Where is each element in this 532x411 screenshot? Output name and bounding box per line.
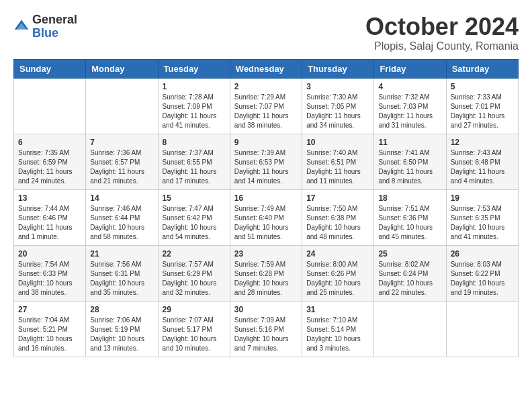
day-number: 16 [234,193,298,203]
day-cell: 20Sunrise: 7:54 AMSunset: 6:33 PMDayligh… [14,245,86,301]
day-number: 30 [234,305,298,314]
day-number: 8 [163,138,226,147]
day-info: Sunrise: 7:28 AMSunset: 7:09 PMDaylight:… [163,93,226,130]
day-cell: 1Sunrise: 7:28 AMSunset: 7:09 PMDaylight… [158,78,230,134]
day-number: 19 [451,193,514,203]
day-cell: 6Sunrise: 7:35 AMSunset: 6:59 PMDaylight… [14,134,86,189]
day-cell: 17Sunrise: 7:50 AMSunset: 6:38 PMDayligh… [302,189,374,245]
day-info: Sunrise: 7:35 AMSunset: 6:59 PMDaylight:… [18,148,81,186]
day-info: Sunrise: 7:54 AMSunset: 6:33 PMDaylight:… [18,260,81,298]
day-number: 27 [18,305,81,314]
day-cell: 23Sunrise: 7:59 AMSunset: 6:28 PMDayligh… [230,245,302,301]
day-number: 4 [378,82,441,91]
day-info: Sunrise: 7:43 AMSunset: 6:48 PMDaylight:… [451,148,514,186]
location-text: Plopis, Salaj County, Romania [365,40,519,52]
day-number: 25 [378,249,441,259]
day-number: 11 [378,138,441,147]
day-cell: 2Sunrise: 7:29 AMSunset: 7:07 PMDaylight… [230,78,302,134]
day-cell [374,301,446,357]
day-number: 9 [234,138,298,147]
logo-icon [13,19,30,35]
day-number: 21 [90,249,153,259]
day-info: Sunrise: 7:32 AMSunset: 7:03 PMDaylight:… [378,93,441,130]
day-number: 2 [234,82,298,91]
page-header: General Blue October 2024 Plopis, Salaj … [13,13,519,52]
day-cell: 3Sunrise: 7:30 AMSunset: 7:05 PMDaylight… [302,78,374,134]
logo-general-text: General [32,13,77,27]
day-info: Sunrise: 7:50 AMSunset: 6:38 PMDaylight:… [306,204,369,242]
day-number: 13 [18,193,81,203]
day-number: 24 [306,249,369,259]
day-number: 26 [451,249,514,259]
day-number: 10 [306,138,369,147]
day-number: 5 [451,82,514,91]
day-cell: 9Sunrise: 7:39 AMSunset: 6:53 PMDaylight… [230,134,302,189]
day-cell: 15Sunrise: 7:47 AMSunset: 6:42 PMDayligh… [158,189,230,245]
day-cell [86,78,158,134]
day-number: 23 [234,249,298,259]
weekday-header-monday: Monday [86,59,158,78]
day-number: 20 [18,249,81,259]
week-row-5: 27Sunrise: 7:04 AMSunset: 5:21 PMDayligh… [14,301,519,357]
day-number: 15 [163,193,226,203]
day-number: 1 [163,82,226,91]
day-cell: 24Sunrise: 8:00 AMSunset: 6:26 PMDayligh… [302,245,374,301]
calendar-table: SundayMondayTuesdayWednesdayThursdayFrid… [13,59,519,357]
day-cell: 10Sunrise: 7:40 AMSunset: 6:51 PMDayligh… [302,134,374,189]
day-info: Sunrise: 7:10 AMSunset: 5:14 PMDaylight:… [306,316,369,353]
day-number: 7 [90,138,153,147]
day-info: Sunrise: 7:04 AMSunset: 5:21 PMDaylight:… [18,316,81,353]
week-row-4: 20Sunrise: 7:54 AMSunset: 6:33 PMDayligh… [14,245,519,301]
day-cell: 4Sunrise: 7:32 AMSunset: 7:03 PMDaylight… [374,78,446,134]
day-info: Sunrise: 7:29 AMSunset: 7:07 PMDaylight:… [234,93,298,130]
day-info: Sunrise: 8:03 AMSunset: 6:22 PMDaylight:… [451,260,514,298]
logo-blue-text: Blue [32,27,77,40]
day-cell: 5Sunrise: 7:33 AMSunset: 7:01 PMDaylight… [446,78,518,134]
day-number: 18 [378,193,441,203]
title-block: October 2024 Plopis, Salaj County, Roman… [365,13,519,52]
day-info: Sunrise: 7:07 AMSunset: 5:17 PMDaylight:… [163,316,226,353]
day-cell: 26Sunrise: 8:03 AMSunset: 6:22 PMDayligh… [446,245,518,301]
day-cell: 7Sunrise: 7:36 AMSunset: 6:57 PMDaylight… [86,134,158,189]
day-number: 31 [306,305,369,314]
day-number: 22 [163,249,226,259]
day-cell: 18Sunrise: 7:51 AMSunset: 6:36 PMDayligh… [374,189,446,245]
day-info: Sunrise: 7:44 AMSunset: 6:46 PMDaylight:… [18,204,81,242]
day-cell: 22Sunrise: 7:57 AMSunset: 6:29 PMDayligh… [158,245,230,301]
day-info: Sunrise: 7:39 AMSunset: 6:53 PMDaylight:… [234,148,298,186]
weekday-header-thursday: Thursday [302,59,374,78]
weekday-header-tuesday: Tuesday [158,59,230,78]
day-cell [14,78,86,134]
day-cell: 13Sunrise: 7:44 AMSunset: 6:46 PMDayligh… [14,189,86,245]
day-number: 14 [90,193,153,203]
day-info: Sunrise: 7:56 AMSunset: 6:31 PMDaylight:… [90,260,153,298]
day-info: Sunrise: 7:06 AMSunset: 5:19 PMDaylight:… [90,316,153,353]
week-row-1: 1Sunrise: 7:28 AMSunset: 7:09 PMDaylight… [14,78,519,134]
day-info: Sunrise: 8:00 AMSunset: 6:26 PMDaylight:… [306,260,369,298]
weekday-header-sunday: Sunday [14,59,86,78]
logo: General Blue [13,13,77,40]
day-info: Sunrise: 7:47 AMSunset: 6:42 PMDaylight:… [163,204,226,242]
day-info: Sunrise: 7:46 AMSunset: 6:44 PMDaylight:… [90,204,153,242]
day-cell: 11Sunrise: 7:41 AMSunset: 6:50 PMDayligh… [374,134,446,189]
day-info: Sunrise: 7:30 AMSunset: 7:05 PMDaylight:… [306,93,369,130]
day-cell: 30Sunrise: 7:09 AMSunset: 5:16 PMDayligh… [230,301,302,357]
day-info: Sunrise: 7:57 AMSunset: 6:29 PMDaylight:… [163,260,226,298]
day-info: Sunrise: 8:02 AMSunset: 6:24 PMDaylight:… [378,260,441,298]
week-row-3: 13Sunrise: 7:44 AMSunset: 6:46 PMDayligh… [14,189,519,245]
day-info: Sunrise: 7:51 AMSunset: 6:36 PMDaylight:… [378,204,441,242]
day-info: Sunrise: 7:59 AMSunset: 6:28 PMDaylight:… [234,260,298,298]
day-cell: 19Sunrise: 7:53 AMSunset: 6:35 PMDayligh… [446,189,518,245]
day-info: Sunrise: 7:53 AMSunset: 6:35 PMDaylight:… [451,204,514,242]
day-number: 6 [18,138,81,147]
day-info: Sunrise: 7:33 AMSunset: 7:01 PMDaylight:… [451,93,514,130]
day-cell: 21Sunrise: 7:56 AMSunset: 6:31 PMDayligh… [86,245,158,301]
day-info: Sunrise: 7:37 AMSunset: 6:55 PMDaylight:… [163,148,226,186]
weekday-header-friday: Friday [374,59,446,78]
day-cell: 27Sunrise: 7:04 AMSunset: 5:21 PMDayligh… [14,301,86,357]
day-cell: 12Sunrise: 7:43 AMSunset: 6:48 PMDayligh… [446,134,518,189]
day-cell [446,301,518,357]
day-cell: 14Sunrise: 7:46 AMSunset: 6:44 PMDayligh… [86,189,158,245]
day-number: 17 [306,193,369,203]
week-row-2: 6Sunrise: 7:35 AMSunset: 6:59 PMDaylight… [14,134,519,189]
